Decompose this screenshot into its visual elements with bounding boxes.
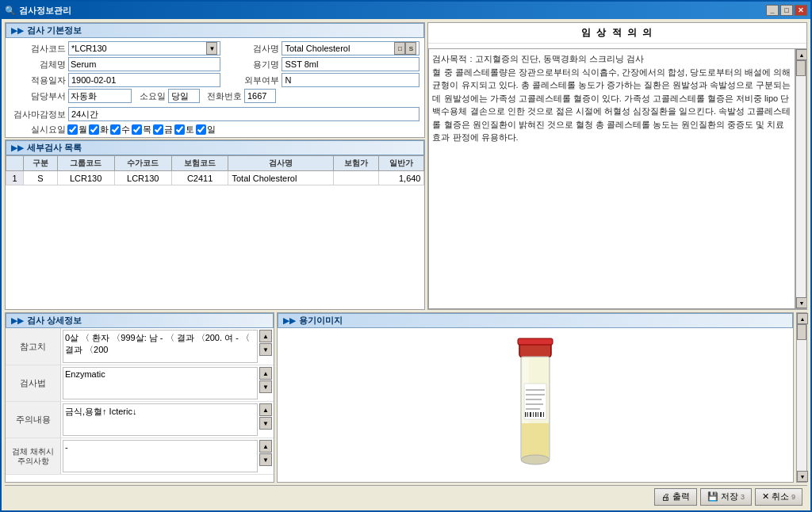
detail-rows: 참고치 0살 〈 환자 〈999살: 남 - 〈 결과 〈200. 여 - 〈 …	[6, 328, 274, 482]
scroll-up-btn[interactable]: ▲	[796, 49, 806, 60]
close-icon: ✕	[762, 491, 769, 502]
minimize-button[interactable]: _	[766, 5, 779, 16]
method-label: 검사법	[6, 365, 61, 401]
caution-row: 주의내용 금식,용혈↑ Icteric↓ ▲ ▼	[6, 402, 274, 438]
container-row: 용기명 SST 8ml	[224, 57, 419, 71]
day-tue: 화	[89, 124, 109, 136]
exam-code-dropdown-btn[interactable]: ▼	[206, 42, 217, 55]
detail-table-box: ▶▶ 세부검사 목록 구분 그룹코드 수가코드 보험코드	[5, 139, 425, 310]
bottom-right-scrollbar[interactable]: ▲ ▼	[796, 312, 807, 483]
day-tue-checkbox[interactable]	[89, 124, 99, 135]
svg-rect-13	[527, 412, 528, 417]
collection-content: - ▲ ▼	[61, 438, 274, 474]
caution-scroll-up[interactable]: ▲	[259, 403, 272, 416]
ref-scroll-down[interactable]: ▼	[259, 343, 272, 356]
exam-code-input[interactable]	[71, 42, 206, 55]
scroll-down-btn[interactable]: ▼	[796, 297, 806, 308]
container-image-title: 용기이미지	[299, 315, 343, 327]
detail-info-header: ▶▶ 검사 상세정보	[6, 313, 274, 328]
exam-name-row: 검사명 □ S	[224, 41, 419, 55]
col-ins-price: 보험가	[334, 156, 379, 171]
exam-name-input[interactable]	[285, 42, 394, 55]
section-arrow-detail-info: ▶▶	[11, 316, 24, 325]
svg-rect-18	[540, 412, 542, 417]
method-scroll-down[interactable]: ▼	[259, 380, 272, 393]
print-button[interactable]: 🖨 출력	[654, 488, 697, 506]
left-panel: ▶▶ 검사 기본정보 검사코드 ▼ 검사명	[5, 22, 425, 310]
section-arrow-detail: ▶▶	[11, 143, 24, 152]
weekday-value: 당일	[168, 89, 200, 103]
exam-name-input-wrapper: □ S	[282, 41, 419, 55]
closing-row: 검사마감정보 24시간	[6, 106, 424, 122]
bottom-scroll-track	[797, 324, 806, 471]
day-sat-checkbox[interactable]	[174, 124, 185, 135]
day-wed-checkbox[interactable]	[110, 124, 121, 135]
external-label: 외부여부	[224, 75, 279, 86]
exam-name-label: 검사명	[224, 43, 279, 55]
tube-svg	[504, 336, 567, 475]
title-bar-text: 🔍 검사정보관리	[5, 5, 71, 17]
save-label: 저장	[721, 491, 738, 502]
svg-rect-15	[533, 412, 534, 417]
bottom-scroll-up[interactable]: ▲	[797, 313, 808, 324]
svg-rect-19	[543, 412, 544, 417]
day-sun-checkbox[interactable]	[196, 124, 206, 135]
caution-textarea[interactable]: 금식,용혈↑ Icteric↓	[63, 403, 258, 436]
clinical-title: 임 상 적 의 의	[428, 23, 806, 44]
bottom-scroll-down[interactable]: ▼	[797, 471, 808, 482]
col-type: 구분	[24, 156, 57, 171]
exam-code-label: 검사코드	[10, 43, 66, 55]
title-bar: 🔍 검사정보관리 _ □ ✕	[2, 2, 810, 19]
detail-table: 구분 그룹코드 수가코드 보험코드 검사명 보험가 일반가	[6, 155, 424, 185]
dept-select[interactable]: 자동화	[68, 89, 132, 103]
day-mon: 월	[67, 124, 87, 136]
date-input[interactable]	[71, 74, 217, 86]
day-sun: 일	[196, 124, 216, 136]
svg-rect-14	[530, 412, 531, 417]
row-ins-code: C2411	[171, 171, 228, 185]
window-body: ▶▶ 검사 기본정보 검사코드 ▼ 검사명	[2, 19, 810, 510]
caution-scroll-down[interactable]: ▼	[259, 417, 272, 430]
specimen-label: 검체명	[10, 59, 66, 71]
collection-scroll-up[interactable]: ▲	[259, 440, 272, 453]
specimen-select[interactable]: Serum	[68, 57, 220, 71]
day-thu-checkbox[interactable]	[132, 124, 142, 135]
save-button[interactable]: 💾 저장 3	[700, 488, 752, 506]
row-suga-code: LCR130	[114, 171, 171, 185]
clinical-scrollbar[interactable]: ▲ ▼	[795, 48, 806, 309]
close-button-bottom[interactable]: ✕ 취소 9	[755, 488, 802, 506]
detail-info-box: ▶▶ 검사 상세정보 참고치 0살 〈 환자 〈999살: 남 - 〈 결과 〈…	[5, 312, 274, 483]
test-days-label: 실시요일	[10, 124, 66, 136]
row-group-code: LCR130	[57, 171, 114, 185]
svg-rect-12	[525, 412, 527, 417]
container-img-area	[278, 328, 793, 482]
collection-scroll-btns: ▲ ▼	[259, 440, 272, 472]
ref-scroll-up[interactable]: ▲	[259, 330, 272, 342]
method-scroll-up[interactable]: ▲	[259, 367, 272, 380]
day-mon-checkbox[interactable]	[67, 124, 78, 135]
container-image-header: ▶▶ 용기이미지	[278, 313, 793, 328]
caution-scroll-btns: ▲ ▼	[259, 403, 272, 436]
collection-textarea[interactable]: -	[63, 440, 258, 472]
exam-code-input-wrapper: ▼	[68, 41, 220, 55]
col-group: 그룹코드	[57, 156, 114, 171]
day-fri-checkbox[interactable]	[153, 124, 163, 135]
collection-scroll-down[interactable]: ▼	[259, 453, 272, 466]
date-input-wrapper	[68, 73, 220, 87]
exam-name-btn2[interactable]: S	[405, 42, 416, 55]
external-value: N	[282, 73, 419, 87]
maximize-button[interactable]: □	[780, 5, 793, 16]
specimen-row: 검체명 Serum	[10, 57, 220, 71]
basic-info-title: 검사 기본정보	[27, 25, 82, 36]
close-label: 취소	[772, 491, 789, 502]
method-textarea[interactable]: Enzymatic	[63, 367, 258, 399]
reference-textarea[interactable]: 0살 〈 환자 〈999살: 남 - 〈 결과 〈200. 여 - 〈 결과 〈…	[63, 330, 258, 363]
exam-name-btn1[interactable]: □	[394, 42, 405, 55]
detail-table-header: ▶▶ 세부검사 목록	[6, 140, 424, 155]
bottom-scroll-thumb	[797, 324, 806, 340]
container-label: 용기명	[224, 59, 279, 71]
day-sat: 토	[174, 124, 194, 136]
caution-label: 주의내용	[6, 402, 61, 437]
clinical-content: 검사목적 : 고지혈증의 진단, 동맥경화의 스크리닝 검사 혈 중 콜레스테롤…	[428, 48, 795, 309]
close-button[interactable]: ✕	[795, 5, 807, 16]
